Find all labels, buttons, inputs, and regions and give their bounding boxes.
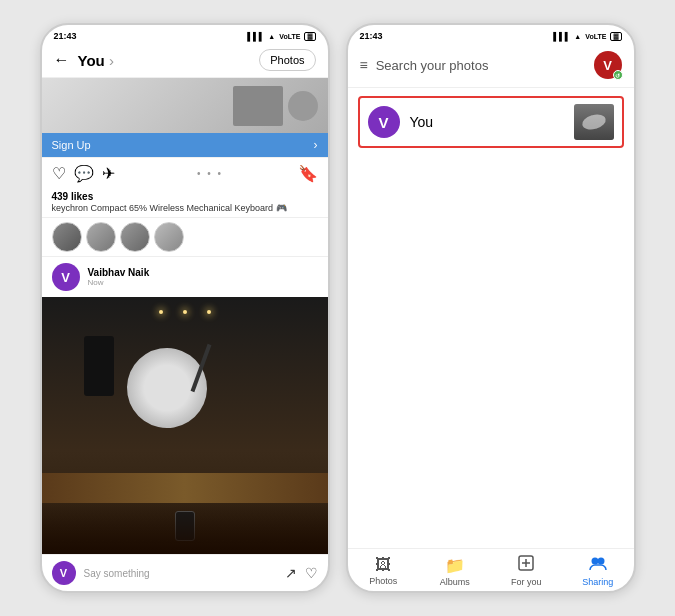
heart-icon[interactable]: ♡: [52, 164, 66, 183]
status-time-left: 21:43: [54, 31, 77, 41]
post-description: keychron Compact 65% Wireless Mechanical…: [52, 203, 318, 213]
shared-item-avatar: V: [368, 106, 400, 138]
status-bar-right: 21:43 ▌▌▌ ▲ VoLTE ▓: [348, 25, 634, 43]
reflector-circle: [121, 342, 214, 435]
albums-nav-icon: 📁: [445, 556, 465, 575]
search-bar[interactable]: Search your photos: [376, 58, 586, 73]
user-avatar[interactable]: V ↺: [594, 51, 622, 79]
bottom-icons: ↗ ♡: [285, 565, 318, 581]
share-icon[interactable]: ✈: [102, 164, 115, 183]
room-background: [42, 297, 328, 554]
ceiling-lights: [70, 310, 299, 314]
light-dot-1: [159, 310, 163, 314]
right-content: V You: [348, 88, 634, 548]
svg-point-4: [597, 558, 604, 565]
signup-arrow-icon: ›: [314, 138, 318, 152]
photos-nav-icon: 🖼: [375, 556, 391, 574]
promo-image: [42, 78, 328, 133]
sharing-nav-icon: [589, 555, 607, 575]
volte-label-left: VoLTE: [279, 33, 300, 40]
stories-row: [42, 217, 328, 257]
albums-nav-label: Albums: [440, 577, 470, 587]
battery-icon-left: ▓: [304, 32, 315, 41]
commenter-avatar: V: [52, 561, 76, 585]
post-time: Now: [88, 278, 318, 287]
volte-label-right: VoLTE: [585, 33, 606, 40]
left-content: Sign Up › ♡ 💬 ✈ • • • 🔖 439 likes keychr…: [42, 78, 328, 554]
signal-icon-right: ▌▌▌: [553, 32, 570, 41]
right-header: ≡ Search your photos V ↺: [348, 43, 634, 88]
post-header: V Vaibhav Naik Now: [42, 257, 328, 297]
for-you-nav-icon: [518, 555, 534, 575]
story-bubble-2[interactable]: [86, 222, 116, 252]
hamburger-icon[interactable]: ≡: [360, 57, 368, 73]
nav-item-sharing[interactable]: Sharing: [562, 549, 634, 591]
post-info: 439 likes keychron Compact 65% Wireless …: [42, 189, 328, 217]
person-silhouette: [84, 336, 114, 396]
shared-item-thumbnail: [574, 104, 614, 140]
bottom-bar-left: V Say something ↗ ♡: [42, 554, 328, 591]
page-title-left: You ›: [78, 52, 260, 69]
avatar-badge: ↺: [613, 70, 623, 80]
post-actions-row: ♡ 💬 ✈ • • • 🔖: [42, 158, 328, 189]
photos-nav-label: Photos: [369, 576, 397, 586]
nav-item-photos[interactable]: 🖼 Photos: [348, 549, 420, 591]
bottom-nav: 🖼 Photos 📁 Albums For you: [348, 548, 634, 591]
comment-icon[interactable]: 💬: [74, 164, 94, 183]
likes-count: 439 likes: [52, 191, 318, 202]
shared-item-row[interactable]: V You: [358, 96, 624, 148]
shadow-overlay: [42, 503, 328, 554]
status-icons-left: ▌▌▌ ▲ VoLTE ▓: [247, 32, 315, 41]
nav-item-for-you[interactable]: For you: [491, 549, 563, 591]
story-bubble-3[interactable]: [120, 222, 150, 252]
post-dots: • • •: [123, 168, 298, 179]
battery-icon-right: ▓: [610, 32, 621, 41]
post-image: [42, 297, 328, 554]
for-you-nav-label: For you: [511, 577, 542, 587]
wifi-icon-right: ▲: [574, 33, 581, 40]
status-time-right: 21:43: [360, 31, 383, 41]
signup-text: Sign Up: [52, 139, 91, 151]
status-icons-right: ▌▌▌ ▲ VoLTE ▓: [553, 32, 621, 41]
nav-item-albums[interactable]: 📁 Albums: [419, 549, 491, 591]
comment-input[interactable]: Say something: [84, 568, 285, 579]
share-post-icon[interactable]: ↗: [285, 565, 297, 581]
back-button[interactable]: ←: [54, 51, 70, 69]
photos-button[interactable]: Photos: [259, 49, 315, 71]
shared-item-name: You: [410, 114, 574, 130]
signup-area: Sign Up ›: [42, 78, 328, 158]
svg-point-3: [591, 558, 598, 565]
right-phone: 21:43 ▌▌▌ ▲ VoLTE ▓ ≡ Search your photos…: [346, 23, 636, 593]
post-avatar: V: [52, 263, 80, 291]
post-user-info: Vaibhav Naik Now: [88, 267, 318, 287]
story-bubble-4[interactable]: [154, 222, 184, 252]
post-username: Vaibhav Naik: [88, 267, 318, 278]
bookmark-icon[interactable]: 🔖: [298, 164, 318, 183]
signal-icon-left: ▌▌▌: [247, 32, 264, 41]
wifi-icon-left: ▲: [268, 33, 275, 40]
thumbnail-image: [574, 104, 614, 140]
light-dot-2: [183, 310, 187, 314]
light-dot-3: [207, 310, 211, 314]
sharing-nav-label: Sharing: [582, 577, 613, 587]
left-header: ← You › Photos: [42, 43, 328, 78]
signup-banner[interactable]: Sign Up ›: [42, 133, 328, 157]
feed-post: V Vaibhav Naik Now: [42, 257, 328, 554]
status-bar-left: 21:43 ▌▌▌ ▲ VoLTE ▓: [42, 25, 328, 43]
table-surface: [42, 473, 328, 503]
like-post-icon[interactable]: ♡: [305, 565, 318, 581]
story-bubble-1[interactable]: [52, 222, 82, 252]
left-phone: 21:43 ▌▌▌ ▲ VoLTE ▓ ← You › Photos: [40, 23, 330, 593]
